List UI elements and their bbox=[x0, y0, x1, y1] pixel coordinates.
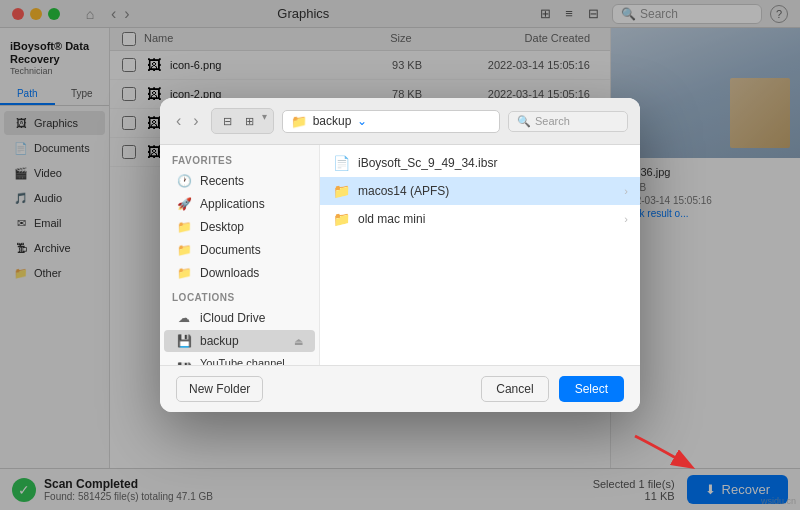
eject-icon[interactable]: ⏏ bbox=[294, 364, 303, 366]
desktop-icon: 📁 bbox=[176, 220, 192, 234]
sidebar-item-applications[interactable]: 🚀 Applications bbox=[164, 193, 315, 215]
chevron-right-icon: › bbox=[624, 213, 628, 225]
list-item[interactable]: 📁 old mac mini › bbox=[320, 205, 640, 233]
dialog-body: Favorites 🕐 Recents 🚀 Applications 📁 Des… bbox=[160, 145, 640, 365]
chevron-down-icon[interactable]: ⌄ bbox=[357, 114, 367, 128]
sidebar-item-icloud[interactable]: ☁ iCloud Drive bbox=[164, 307, 315, 329]
favorites-section: Favorites 🕐 Recents 🚀 Applications 📁 Des… bbox=[160, 153, 319, 284]
columns-icon: ⊟ bbox=[218, 111, 238, 131]
sidebar-label: Downloads bbox=[200, 266, 259, 280]
dialog-search[interactable]: 🔍 Search bbox=[508, 111, 628, 132]
chevron-right-icon: › bbox=[624, 185, 628, 197]
drive-icon: 💾 bbox=[176, 334, 192, 348]
dialog-footer: New Folder Cancel Select bbox=[160, 365, 640, 412]
folder-icon: 📁 bbox=[291, 114, 307, 129]
downloads-icon: 📁 bbox=[176, 266, 192, 280]
list-item[interactable]: 📄 iBoysoft_Sc_9_49_34.ibsr bbox=[320, 149, 640, 177]
dialog-search-placeholder: Search bbox=[535, 115, 570, 127]
locations-label: Locations bbox=[160, 290, 319, 306]
sidebar-item-recents[interactable]: 🕐 Recents bbox=[164, 170, 315, 192]
dialog-forward-button[interactable]: › bbox=[189, 112, 202, 130]
sidebar-item-youtube[interactable]: 💾 YouTube channel ba... ⏏ bbox=[164, 353, 315, 365]
sidebar-item-documents[interactable]: 📁 Documents bbox=[164, 239, 315, 261]
dialog-back-button[interactable]: ‹ bbox=[172, 112, 185, 130]
sidebar-label: Desktop bbox=[200, 220, 244, 234]
icloud-icon: ☁ bbox=[176, 311, 192, 325]
folder-icon: 📁 bbox=[332, 182, 350, 200]
cancel-button[interactable]: Cancel bbox=[481, 376, 548, 402]
dialog-view-toggle[interactable]: ⊟ ⊞ ▾ bbox=[211, 108, 274, 134]
dialog-overlay[interactable]: ‹ › ⊟ ⊞ ▾ 📁 backup ⌄ 🔍 Search bbox=[0, 0, 800, 510]
favorites-label: Favorites bbox=[160, 153, 319, 169]
file-name: old mac mini bbox=[358, 212, 624, 226]
dialog-toolbar: ‹ › ⊟ ⊞ ▾ 📁 backup ⌄ 🔍 Search bbox=[160, 98, 640, 145]
sidebar-label: YouTube channel ba... bbox=[200, 357, 286, 365]
locations-section: Locations ☁ iCloud Drive 💾 backup ⏏ 💾 Yo… bbox=[160, 290, 319, 365]
drive-icon: 💾 bbox=[176, 362, 192, 365]
sidebar-item-downloads[interactable]: 📁 Downloads bbox=[164, 262, 315, 284]
sidebar-item-backup[interactable]: 💾 backup ⏏ bbox=[164, 330, 315, 352]
sidebar-item-desktop[interactable]: 📁 Desktop bbox=[164, 216, 315, 238]
new-folder-button[interactable]: New Folder bbox=[176, 376, 263, 402]
recents-icon: 🕐 bbox=[176, 174, 192, 188]
applications-icon: 🚀 bbox=[176, 197, 192, 211]
grid-icon: ⊞ bbox=[240, 111, 260, 131]
documents-folder-icon: 📁 bbox=[176, 243, 192, 257]
file-name: iBoysoft_Sc_9_49_34.ibsr bbox=[358, 156, 628, 170]
dialog-nav: ‹ › bbox=[172, 112, 203, 130]
sidebar-label: backup bbox=[200, 334, 239, 348]
dialog-actions: Cancel Select bbox=[481, 376, 624, 402]
list-item[interactable]: 📁 macos14 (APFS) › bbox=[320, 177, 640, 205]
sidebar-label: Applications bbox=[200, 197, 265, 211]
dialog-location-name: backup bbox=[313, 114, 352, 128]
folder-icon: 📁 bbox=[332, 210, 350, 228]
dialog-file-list: 📄 iBoysoft_Sc_9_49_34.ibsr 📁 macos14 (AP… bbox=[320, 145, 640, 365]
save-dialog: ‹ › ⊟ ⊞ ▾ 📁 backup ⌄ 🔍 Search bbox=[160, 98, 640, 412]
sidebar-label: Recents bbox=[200, 174, 244, 188]
file-name: macos14 (APFS) bbox=[358, 184, 624, 198]
eject-icon[interactable]: ⏏ bbox=[294, 336, 303, 347]
dialog-location[interactable]: 📁 backup ⌄ bbox=[282, 110, 500, 133]
select-button[interactable]: Select bbox=[559, 376, 624, 402]
sidebar-label: iCloud Drive bbox=[200, 311, 265, 325]
file-icon: 📄 bbox=[332, 154, 350, 172]
dialog-sidebar: Favorites 🕐 Recents 🚀 Applications 📁 Des… bbox=[160, 145, 320, 365]
search-icon: 🔍 bbox=[517, 115, 531, 128]
sidebar-label: Documents bbox=[200, 243, 261, 257]
